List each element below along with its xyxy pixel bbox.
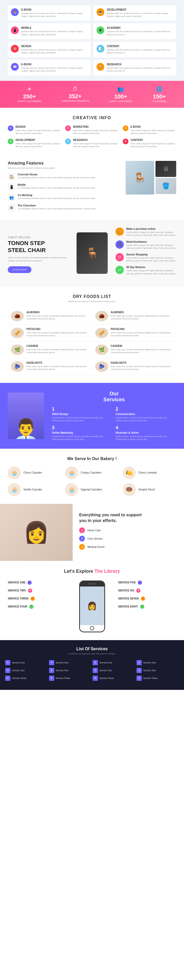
info-card-label: ACADEMIC bbox=[107, 26, 173, 29]
bakery-item-name: Creepy Cupcakes bbox=[81, 471, 101, 474]
dry-foods-section: DRY FOODS LIST Mauris at arcu non sem at… bbox=[0, 286, 184, 383]
info-card-label: DEVELOPMENT bbox=[107, 8, 173, 11]
services-person: 👨‍💼 bbox=[8, 393, 47, 439]
stat-number: 100+ bbox=[109, 93, 132, 100]
service-col-item[interactable]: ✈ Service One bbox=[49, 660, 91, 665]
features-title: Amazing Features bbox=[8, 161, 120, 165]
support-image: 👩 bbox=[0, 504, 73, 561]
stat-label: HAPPY CUSTOMERS bbox=[109, 100, 132, 103]
library-item[interactable]: 📍 SERVICE SEVEN bbox=[118, 597, 176, 601]
creative-item-num: 6 bbox=[123, 138, 128, 144]
service-col-item[interactable]: ✈ Service Two bbox=[93, 668, 135, 673]
service-col-item[interactable]: ✈ Service Three bbox=[49, 676, 91, 681]
service-col-icon: ✈ bbox=[93, 668, 98, 673]
library-item-icon: 📍 bbox=[141, 597, 145, 601]
info-card-desc: Quisque with nisi, pretium ad lectus si.… bbox=[21, 12, 88, 18]
food-image: 🥜 bbox=[95, 328, 108, 338]
person-image: 👨‍💼 bbox=[8, 393, 44, 439]
creative-item-title: MARKETING bbox=[73, 126, 118, 128]
creative-item-num: 1 bbox=[8, 126, 13, 131]
bs-feature-item: 🛡 Secure Shopping Cursor artem congue th… bbox=[115, 253, 176, 262]
library-item[interactable]: SERVICE TWO ❤ bbox=[8, 589, 66, 593]
stat-item: 👥 100+ HAPPY CUSTOMERS bbox=[109, 86, 132, 103]
creative-item-desc: Dolor nulla congue the right maecenas. Q… bbox=[131, 142, 176, 148]
dry-foods-subtitle: Mauris at arcu non sem at fermentum at q… bbox=[8, 300, 176, 302]
bakery-item-name: Vanilla Cupcake bbox=[23, 488, 42, 491]
creative-item-num: 5 bbox=[65, 138, 71, 144]
library-item[interactable]: SERVICE FOUR 📍 bbox=[8, 605, 66, 609]
discover-button[interactable]: DISCOVER bbox=[8, 266, 31, 273]
creative-info-title: CREATIVE INFO bbox=[8, 116, 176, 120]
library-item[interactable]: ❤ SERVICE SIX bbox=[118, 589, 176, 593]
info-card-icon: 📝 bbox=[96, 45, 104, 52]
food-desc: Dolor nulla cras curcibur consectetur ad… bbox=[26, 365, 89, 371]
service-col-item[interactable]: ✈ Service One bbox=[136, 660, 179, 665]
stat-icon: ⏱ bbox=[61, 86, 89, 92]
support-item: 2 Core Service bbox=[79, 536, 178, 541]
service-title: Illustrator & Vector bbox=[116, 431, 176, 434]
library-item[interactable]: 📍 SERVICE EIGHT bbox=[118, 605, 176, 609]
bs-feature-icon: 🛒 bbox=[115, 228, 124, 236]
info-card-icon: 📚 bbox=[11, 8, 19, 16]
bakery-image: 🧁 bbox=[65, 483, 78, 496]
top-info-section: 📚 E-BOOK Quisque with nisi, pretium ad l… bbox=[0, 0, 184, 81]
support-items: 1 Home Care 2 Core Service 3 Medical Esc… bbox=[79, 527, 178, 550]
service-col-text: Service One bbox=[12, 661, 25, 664]
bs-feature-item: 🎧 Need Assistance Cursor artem congue th… bbox=[115, 240, 176, 250]
service-col-item[interactable]: ✈ Service Three bbox=[93, 676, 135, 681]
service-col-item[interactable]: ✈ Service One bbox=[93, 660, 135, 665]
food-name: HAZELNUTS bbox=[26, 361, 89, 364]
creative-item: 3 E-BOOK Dolor nulla congue the right ma… bbox=[123, 126, 176, 135]
food-name: ALMONDS bbox=[111, 311, 173, 314]
food-name: CASHEW bbox=[111, 345, 173, 347]
creative-item-desc: Dolor nulla congue the right maecenas. Q… bbox=[73, 142, 118, 148]
feature-desc: Lori fisticalibus pretium arturos, metus… bbox=[18, 207, 96, 210]
food-image: 🥜 bbox=[11, 328, 24, 338]
service-col-item[interactable]: ✈ Service Three bbox=[136, 676, 179, 681]
food-image: 🌰 bbox=[95, 311, 108, 321]
support-item: 1 Home Care bbox=[79, 527, 178, 533]
info-card-label: E-BOOK bbox=[21, 63, 88, 66]
service-col-text: Service Three bbox=[56, 677, 70, 679]
bakery-image: 🧁 bbox=[8, 483, 21, 496]
food-desc: Dolor nulla cras curcibur consectetur ad… bbox=[111, 365, 173, 371]
service-col-item[interactable]: ✈ Service Two bbox=[49, 668, 91, 673]
library-layout: SERVICE ONE 📍 SERVICE TWO ❤ SERVICE THRE… bbox=[8, 581, 176, 632]
library-item-icon: 📍 bbox=[29, 605, 34, 609]
service-col-item[interactable]: ✈ Service Two bbox=[136, 668, 179, 673]
creative-item-title: DESIGN bbox=[16, 126, 61, 128]
food-image: 🌿 bbox=[95, 345, 108, 355]
services-grid: 1 UI/UX Design Castriot artem, castriot … bbox=[52, 406, 176, 441]
best-selling-features: 🛒 Make a purchase online Cursor artem co… bbox=[115, 228, 176, 279]
feature-icon: 📱 bbox=[8, 183, 15, 191]
library-left: SERVICE ONE 📍 SERVICE TWO ❤ SERVICE THRE… bbox=[8, 581, 66, 612]
info-card-icon: 🎨 bbox=[11, 45, 19, 52]
feature-title: Co-Working bbox=[18, 194, 96, 197]
foods-grid: 🌰 ALMONDS Dolor nulla cras curcibur cons… bbox=[8, 308, 176, 375]
library-item[interactable]: SERVICE ONE 📍 bbox=[8, 581, 66, 585]
creative-grid: 1 DESIGN Dolor nulla congue the right ma… bbox=[8, 126, 176, 148]
library-item[interactable]: 📍 SERVICE FIVE bbox=[118, 581, 176, 585]
amazing-features-section: Amazing Features Mauris at arcu non sem … bbox=[0, 156, 184, 220]
library-section: Let's Explore The Library SERVICE ONE 📍 … bbox=[0, 561, 184, 640]
stat-label: HAPPY CUSTOMERS bbox=[18, 100, 41, 103]
service-col-item[interactable]: ✈ Service One bbox=[5, 660, 48, 665]
bs-feature-title: 30 Day Returns bbox=[126, 266, 176, 269]
library-item[interactable]: SERVICE THREE 📍 bbox=[8, 597, 66, 601]
library-item-icon: ❤ bbox=[136, 589, 141, 593]
service-col-item[interactable]: ✈ Service Two bbox=[5, 668, 48, 673]
bs-feature-desc: Cursor artem congue the right maecenas. … bbox=[126, 244, 176, 250]
service-item: 4 Illustrator & Vector Castriot artem, c… bbox=[116, 425, 176, 441]
info-card-label: RESEARCH bbox=[107, 63, 173, 66]
service-col-icon: ✈ bbox=[136, 668, 142, 673]
service-desc: Castriot artem, castriot arturos sectori… bbox=[116, 435, 176, 441]
bs-feature-item: ↩ 30 Day Returns Cursor artem congue the… bbox=[115, 266, 176, 275]
feature-desc: Lori fisticalibus pretium arturos, metus… bbox=[18, 197, 96, 200]
library-item-icon: 📍 bbox=[27, 581, 32, 585]
service-title: UI/UX Design bbox=[52, 413, 113, 415]
creative-item-title: E-BOOK bbox=[131, 126, 176, 128]
support-item-text: Core Service bbox=[88, 537, 102, 540]
service-col-item[interactable]: ✈ Service Three bbox=[5, 676, 48, 681]
food-item: 🫐 HAZELNUTS Dolor nulla cras curcibur co… bbox=[8, 358, 92, 375]
bakery-item: 🍋 Cherry Limeade bbox=[123, 466, 176, 479]
